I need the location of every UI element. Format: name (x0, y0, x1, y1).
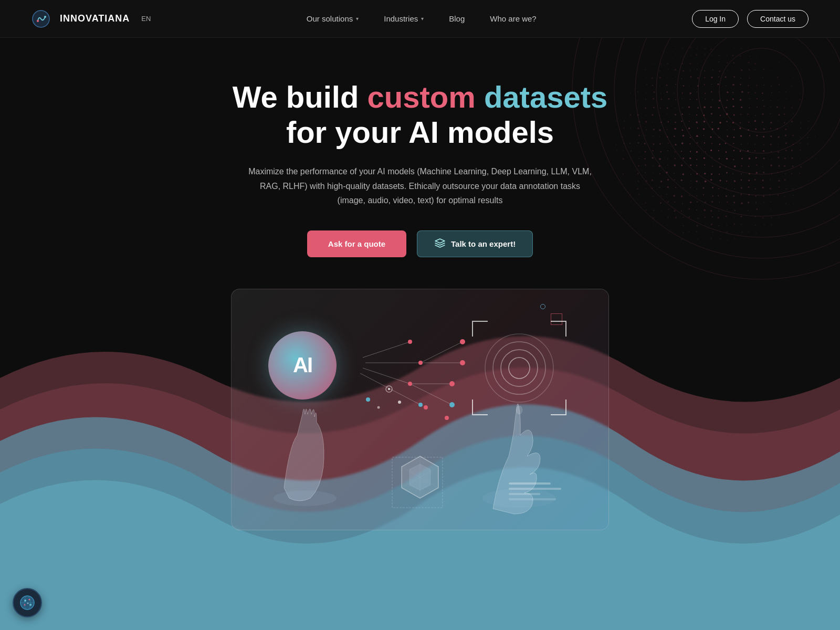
data-lines-decoration (509, 480, 572, 501)
nav-solutions[interactable]: Our solutions ▾ (307, 14, 359, 23)
svg-point-24 (424, 405, 428, 410)
svg-point-32 (516, 406, 522, 414)
svg-point-17 (449, 381, 455, 386)
svg-point-13 (408, 382, 412, 386)
nav-links: Our solutions ▾ Industries ▾ Blog Who ar… (307, 14, 537, 23)
svg-point-11 (408, 340, 412, 344)
logo-icon (32, 9, 50, 28)
svg-point-1 (37, 20, 39, 22)
svg-point-2 (44, 16, 46, 18)
nav-industries[interactable]: Industries ▾ (384, 14, 424, 23)
layers-icon (434, 238, 446, 249)
svg-line-5 (363, 368, 410, 384)
hero-illustration-card: AI (231, 289, 609, 530)
chevron-down-icon: ▾ (356, 16, 359, 22)
svg-point-14 (418, 403, 423, 407)
cookie-consent-badge[interactable] (13, 588, 42, 617)
navbar: INNOVATIANA EN Our solutions ▾ Industrie… (0, 0, 840, 38)
hero-section: We build custom datasets for your AI mod… (0, 38, 840, 630)
cookie-icon (19, 594, 36, 611)
ai-badge: AI (268, 331, 337, 400)
svg-rect-38 (509, 482, 551, 485)
svg-point-25 (445, 416, 449, 420)
svg-rect-39 (509, 488, 561, 490)
svg-line-7 (421, 342, 463, 363)
quote-button[interactable]: Ask for a quote (307, 230, 406, 257)
hero-text-block: We build custom datasets for your AI mod… (128, 80, 712, 257)
hero-subtitle: Maximize the performance of your AI mode… (247, 164, 593, 207)
svg-rect-42 (392, 457, 443, 508)
svg-point-21 (366, 397, 370, 402)
svg-rect-41 (509, 498, 556, 500)
svg-line-10 (410, 384, 452, 405)
svg-line-3 (363, 342, 410, 358)
chevron-down-icon: ▾ (421, 16, 424, 22)
nav-blog[interactable]: Blog (449, 14, 465, 23)
contact-button[interactable]: Contact us (747, 10, 808, 28)
svg-point-20 (388, 388, 390, 390)
left-hand-illustration (258, 393, 352, 530)
svg-point-15 (460, 339, 465, 344)
svg-point-18 (449, 402, 455, 407)
nav-actions: Log In Contact us (692, 10, 808, 28)
hero-title: We build custom datasets for your AI mod… (233, 80, 607, 150)
nav-who[interactable]: Who are we? (490, 14, 536, 23)
brand-name: INNOVATIANA (60, 13, 130, 24)
corner-bracket-tl (472, 321, 488, 337)
corner-bracket-tr (551, 321, 566, 337)
hex-frame (391, 456, 444, 509)
svg-point-22 (398, 401, 401, 404)
language-selector[interactable]: EN (141, 15, 151, 23)
login-button[interactable]: Log In (692, 10, 739, 28)
expert-button[interactable]: Talk to an expert! (417, 230, 533, 257)
svg-point-23 (377, 406, 380, 408)
svg-rect-40 (509, 493, 540, 495)
svg-point-16 (460, 360, 465, 365)
svg-point-12 (418, 361, 423, 365)
hero-cta-buttons: Ask for a quote Talk to an expert! (233, 230, 607, 257)
status-indicator (540, 304, 545, 309)
